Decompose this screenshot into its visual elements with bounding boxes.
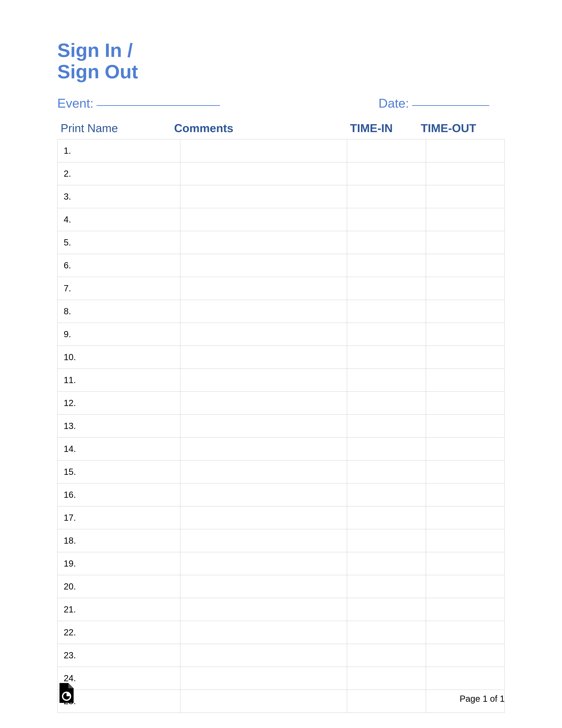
time-in-cell[interactable] bbox=[347, 460, 426, 483]
row-number-cell[interactable]: 22. bbox=[58, 621, 180, 644]
time-out-cell[interactable] bbox=[426, 575, 504, 598]
comments-cell[interactable] bbox=[180, 552, 347, 575]
comments-cell[interactable] bbox=[180, 346, 347, 369]
time-in-cell[interactable] bbox=[347, 575, 426, 598]
row-number-cell[interactable]: 11. bbox=[58, 369, 180, 391]
comments-cell[interactable] bbox=[180, 208, 347, 231]
comments-cell[interactable] bbox=[180, 437, 347, 460]
comments-cell[interactable] bbox=[180, 644, 347, 667]
header-time-out: TIME-OUT bbox=[410, 122, 487, 135]
comments-cell[interactable] bbox=[180, 621, 347, 644]
row-number-cell[interactable]: 18. bbox=[58, 529, 180, 552]
row-number-cell[interactable]: 12. bbox=[58, 391, 180, 414]
comments-cell[interactable] bbox=[180, 391, 347, 414]
comments-cell[interactable] bbox=[180, 162, 347, 185]
time-in-cell[interactable] bbox=[347, 644, 426, 667]
comments-cell[interactable] bbox=[180, 575, 347, 598]
time-out-cell[interactable] bbox=[426, 254, 504, 277]
time-out-cell[interactable] bbox=[426, 529, 504, 552]
time-out-cell[interactable] bbox=[426, 552, 504, 575]
time-out-cell[interactable] bbox=[426, 483, 504, 506]
time-out-cell[interactable] bbox=[426, 598, 504, 621]
time-out-cell[interactable] bbox=[426, 437, 504, 460]
table-row: 11. bbox=[58, 369, 505, 391]
row-number-cell[interactable]: 10. bbox=[58, 346, 180, 369]
time-in-cell[interactable] bbox=[347, 254, 426, 277]
time-out-cell[interactable] bbox=[426, 391, 504, 414]
row-number-cell[interactable]: 1. bbox=[58, 139, 180, 162]
comments-cell[interactable] bbox=[180, 529, 347, 552]
time-out-cell[interactable] bbox=[426, 208, 504, 231]
date-blank-line[interactable] bbox=[412, 105, 489, 106]
time-in-cell[interactable] bbox=[347, 277, 426, 300]
time-out-cell[interactable] bbox=[426, 323, 504, 346]
time-in-cell[interactable] bbox=[347, 552, 426, 575]
time-in-cell[interactable] bbox=[347, 529, 426, 552]
comments-cell[interactable] bbox=[180, 323, 347, 346]
comments-cell[interactable] bbox=[180, 460, 347, 483]
time-out-cell[interactable] bbox=[426, 162, 504, 185]
row-number-cell[interactable]: 23. bbox=[58, 644, 180, 667]
row-number-cell[interactable]: 15. bbox=[58, 460, 180, 483]
comments-cell[interactable] bbox=[180, 483, 347, 506]
row-number-cell[interactable]: 21. bbox=[58, 598, 180, 621]
row-number-cell[interactable]: 2. bbox=[58, 162, 180, 185]
time-in-cell[interactable] bbox=[347, 437, 426, 460]
time-out-cell[interactable] bbox=[426, 185, 504, 208]
time-in-cell[interactable] bbox=[347, 208, 426, 231]
time-in-cell[interactable] bbox=[347, 483, 426, 506]
comments-cell[interactable] bbox=[180, 506, 347, 529]
header-time-in: TIME-IN bbox=[333, 122, 410, 135]
comments-cell[interactable] bbox=[180, 139, 347, 162]
time-out-cell[interactable] bbox=[426, 300, 504, 323]
time-in-cell[interactable] bbox=[347, 300, 426, 323]
table-row: 18. bbox=[58, 529, 505, 552]
row-number-cell[interactable]: 20. bbox=[58, 575, 180, 598]
time-in-cell[interactable] bbox=[347, 414, 426, 437]
row-number-cell[interactable]: 5. bbox=[58, 231, 180, 254]
time-in-cell[interactable] bbox=[347, 506, 426, 529]
time-in-cell[interactable] bbox=[347, 391, 426, 414]
row-number-cell[interactable]: 14. bbox=[58, 437, 180, 460]
comments-cell[interactable] bbox=[180, 185, 347, 208]
time-in-cell[interactable] bbox=[347, 323, 426, 346]
row-number-cell[interactable]: 16. bbox=[58, 483, 180, 506]
time-in-cell[interactable] bbox=[347, 621, 426, 644]
time-in-cell[interactable] bbox=[347, 162, 426, 185]
row-number-cell[interactable]: 3. bbox=[58, 185, 180, 208]
comments-cell[interactable] bbox=[180, 369, 347, 391]
time-out-cell[interactable] bbox=[426, 139, 504, 162]
table-row: 21. bbox=[58, 598, 505, 621]
row-number-cell[interactable]: 17. bbox=[58, 506, 180, 529]
row-number-cell[interactable]: 19. bbox=[58, 552, 180, 575]
time-out-cell[interactable] bbox=[426, 621, 504, 644]
time-in-cell[interactable] bbox=[347, 185, 426, 208]
row-number-cell[interactable]: 9. bbox=[58, 323, 180, 346]
time-out-cell[interactable] bbox=[426, 414, 504, 437]
table-row: 20. bbox=[58, 575, 505, 598]
comments-cell[interactable] bbox=[180, 300, 347, 323]
row-number-cell[interactable]: 6. bbox=[58, 254, 180, 277]
time-out-cell[interactable] bbox=[426, 369, 504, 391]
time-out-cell[interactable] bbox=[426, 231, 504, 254]
time-in-cell[interactable] bbox=[347, 231, 426, 254]
comments-cell[interactable] bbox=[180, 598, 347, 621]
comments-cell[interactable] bbox=[180, 414, 347, 437]
comments-cell[interactable] bbox=[180, 231, 347, 254]
comments-cell[interactable] bbox=[180, 277, 347, 300]
row-number-cell[interactable]: 13. bbox=[58, 414, 180, 437]
time-out-cell[interactable] bbox=[426, 277, 504, 300]
time-in-cell[interactable] bbox=[347, 369, 426, 391]
time-out-cell[interactable] bbox=[426, 506, 504, 529]
time-out-cell[interactable] bbox=[426, 346, 504, 369]
event-blank-line[interactable] bbox=[97, 105, 220, 106]
time-in-cell[interactable] bbox=[347, 598, 426, 621]
time-in-cell[interactable] bbox=[347, 346, 426, 369]
time-in-cell[interactable] bbox=[347, 139, 426, 162]
comments-cell[interactable] bbox=[180, 254, 347, 277]
row-number-cell[interactable]: 8. bbox=[58, 300, 180, 323]
row-number-cell[interactable]: 7. bbox=[58, 277, 180, 300]
time-out-cell[interactable] bbox=[426, 460, 504, 483]
row-number-cell[interactable]: 4. bbox=[58, 208, 180, 231]
time-out-cell[interactable] bbox=[426, 644, 504, 667]
